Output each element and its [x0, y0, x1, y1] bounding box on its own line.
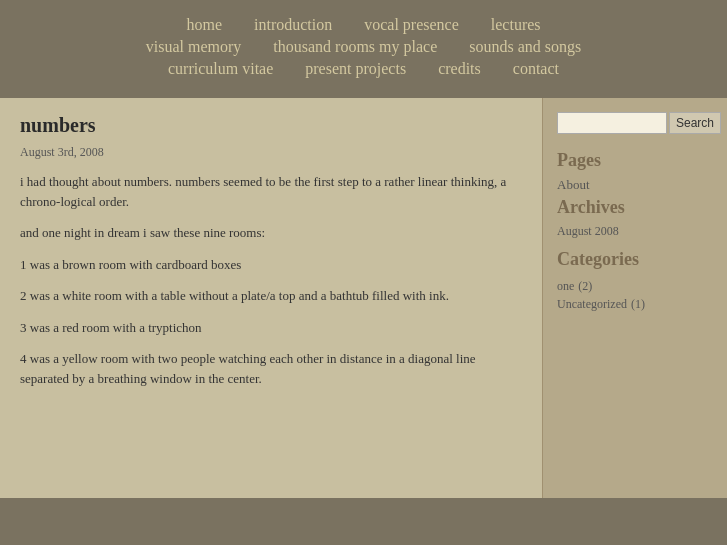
nav-contact[interactable]: contact — [513, 60, 559, 77]
search-button[interactable]: Search — [669, 112, 721, 134]
pages-section-title: Pages — [557, 150, 713, 171]
post-date: August 3rd, 2008 — [20, 145, 522, 160]
search-input[interactable] — [557, 112, 667, 134]
nav-row-3: curriculum vitae present projects credit… — [20, 60, 707, 78]
nav-thousand-rooms[interactable]: thousand rooms my place — [273, 38, 437, 55]
archives-section-title: Archives — [557, 197, 713, 218]
nav-header: home introduction vocal presence lecture… — [0, 0, 727, 98]
post-paragraph-6: 4 was a yellow room with two people watc… — [20, 349, 522, 388]
nav-sounds-and-songs[interactable]: sounds and songs — [469, 38, 581, 55]
nav-home[interactable]: home — [186, 16, 222, 33]
categories-section-title: Categories — [557, 249, 713, 270]
category-one: one (2) — [557, 276, 713, 294]
nav-present-projects[interactable]: present projects — [305, 60, 406, 77]
sidebar-cat-uncategorized-count: (1) — [631, 297, 645, 311]
main-wrapper: numbers August 3rd, 2008 i had thought a… — [0, 98, 727, 498]
sidebar: Search Pages About Archives August 2008 … — [542, 98, 727, 498]
content-area: numbers August 3rd, 2008 i had thought a… — [0, 98, 542, 498]
nav-credits[interactable]: credits — [438, 60, 481, 77]
sidebar-cat-uncategorized-link[interactable]: Uncategorized — [557, 297, 627, 311]
post-paragraph-5: 3 was a red room with a tryptichon — [20, 318, 522, 338]
nav-vocal-presence[interactable]: vocal presence — [364, 16, 459, 33]
post-paragraph-3: 1 was a brown room with cardboard boxes — [20, 255, 522, 275]
nav-visual-memory[interactable]: visual memory — [146, 38, 242, 55]
nav-lectures[interactable]: lectures — [491, 16, 541, 33]
sidebar-cat-one-link[interactable]: one — [557, 279, 574, 293]
nav-curriculum-vitae[interactable]: curriculum vitae — [168, 60, 273, 77]
search-form: Search — [557, 112, 713, 134]
nav-introduction[interactable]: introduction — [254, 16, 332, 33]
nav-row-2: visual memory thousand rooms my place so… — [20, 38, 707, 56]
sidebar-archive-aug2008[interactable]: August 2008 — [557, 224, 713, 239]
post-paragraph-2: and one night in dream i saw these nine … — [20, 223, 522, 243]
post-paragraph-4: 2 was a white room with a table without … — [20, 286, 522, 306]
post-title: numbers — [20, 114, 522, 137]
post-paragraph-1: i had thought about numbers. numbers see… — [20, 172, 522, 211]
sidebar-link-about[interactable]: About — [557, 177, 713, 193]
sidebar-cat-one-count: (2) — [578, 279, 592, 293]
nav-row-1: home introduction vocal presence lecture… — [20, 16, 707, 34]
category-uncategorized: Uncategorized (1) — [557, 294, 713, 312]
